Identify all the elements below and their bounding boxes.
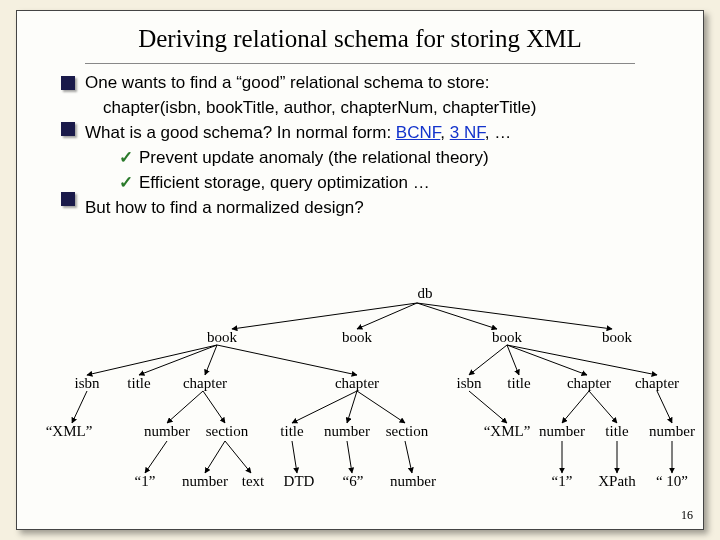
svg-line-10 <box>507 345 587 375</box>
node-isbn: isbn <box>74 375 99 392</box>
node-dtd: DTD <box>284 473 315 490</box>
text-run: Prevent update anomaly (the relational t… <box>139 148 489 167</box>
bullet-icon <box>61 122 75 136</box>
node-section: section <box>206 423 249 440</box>
svg-line-20 <box>225 441 251 473</box>
title-divider <box>85 63 635 64</box>
svg-line-8 <box>469 345 507 375</box>
bullet-sub: ✓Prevent update anomaly (the relational … <box>85 147 685 170</box>
node-title: title <box>507 375 530 392</box>
svg-line-24 <box>469 391 507 423</box>
node-xml: “XML” <box>46 423 93 440</box>
svg-line-2 <box>417 303 497 329</box>
bullet-sub: ✓Efficient storage, query optimization … <box>85 172 685 195</box>
tree-diagram: db book book book book isbn title chapte… <box>17 297 703 529</box>
svg-line-17 <box>357 391 405 423</box>
node-section: section <box>386 423 429 440</box>
node-chapter: chapter <box>567 375 611 392</box>
node-number: number <box>539 423 585 440</box>
node-book: book <box>492 329 522 346</box>
check-icon: ✓ <box>119 147 139 170</box>
link-bcnf[interactable]: BCNF <box>396 123 440 142</box>
node-book: book <box>342 329 372 346</box>
link-3nf[interactable]: 3 NF <box>450 123 485 142</box>
node-title: title <box>127 375 150 392</box>
svg-line-12 <box>72 391 87 423</box>
bullet-body: One wants to find a “good” relational sc… <box>17 72 703 220</box>
svg-line-21 <box>292 441 297 473</box>
svg-line-19 <box>205 441 225 473</box>
svg-line-7 <box>217 345 357 375</box>
bullet-line: One wants to find a “good” relational sc… <box>85 72 685 95</box>
text-run: Efficient storage, query optimization … <box>139 173 430 192</box>
node-number: number <box>649 423 695 440</box>
node-ten: “ 10” <box>656 473 688 490</box>
node-xml: “XML” <box>484 423 531 440</box>
node-title: title <box>280 423 303 440</box>
text-run: What is a good schema? In normal form: <box>85 123 396 142</box>
node-db: db <box>418 285 433 302</box>
bullet-icon <box>61 192 75 206</box>
node-chapter: chapter <box>183 375 227 392</box>
svg-line-13 <box>167 391 203 423</box>
svg-line-23 <box>405 441 412 473</box>
svg-line-14 <box>203 391 225 423</box>
svg-line-22 <box>347 441 352 473</box>
bullet-line: chapter(isbn, bookTitle, author, chapter… <box>85 97 685 120</box>
check-icon: ✓ <box>119 172 139 195</box>
node-one: “1” <box>552 473 573 490</box>
node-number: number <box>144 423 190 440</box>
node-number: number <box>390 473 436 490</box>
svg-line-11 <box>507 345 657 375</box>
svg-line-18 <box>145 441 167 473</box>
bullet-icon <box>61 76 75 90</box>
svg-line-25 <box>562 391 589 423</box>
svg-line-16 <box>347 391 357 423</box>
text-run: , … <box>485 123 511 142</box>
svg-line-0 <box>232 303 417 329</box>
node-chapter: chapter <box>335 375 379 392</box>
svg-line-27 <box>657 391 672 423</box>
node-book: book <box>602 329 632 346</box>
text-run: , <box>440 123 449 142</box>
svg-line-26 <box>589 391 617 423</box>
node-isbn: isbn <box>456 375 481 392</box>
bullet-line: But how to find a normalized design? <box>85 197 685 220</box>
node-one: “1” <box>135 473 156 490</box>
svg-line-15 <box>292 391 357 423</box>
node-title: title <box>605 423 628 440</box>
node-book: book <box>207 329 237 346</box>
slide-frame: Deriving relational schema for storing X… <box>16 10 704 530</box>
bullet-line: What is a good schema? In normal form: B… <box>85 122 685 145</box>
node-six: “6” <box>343 473 364 490</box>
svg-line-3 <box>417 303 612 329</box>
node-chapter: chapter <box>635 375 679 392</box>
svg-line-6 <box>205 345 217 375</box>
svg-line-9 <box>507 345 519 375</box>
node-text: text <box>242 473 265 490</box>
node-number: number <box>324 423 370 440</box>
node-xpath: XPath <box>598 473 636 490</box>
slide-title: Deriving relational schema for storing X… <box>17 11 703 59</box>
page-number: 16 <box>681 508 693 523</box>
node-number: number <box>182 473 228 490</box>
